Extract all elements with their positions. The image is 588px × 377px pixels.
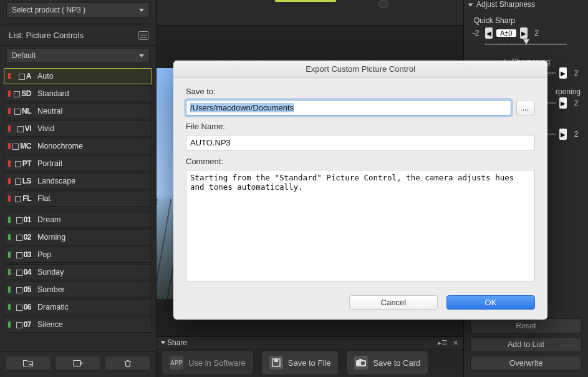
picture-control-code-icon: FL [9,194,31,203]
picture-control-code-icon: 04 [9,268,31,277]
list-title: List: Picture Controls [9,31,84,40]
save-to-file-label: Save to File [288,358,331,368]
export-dialog: Export Custom Picture Control Save to: /… [173,61,547,320]
picture-control-code-icon: VI [9,124,31,133]
picture-control-item[interactable]: MCMonochrome [4,138,152,154]
dialog-title: Export Custom Picture Control [173,61,547,78]
preset-select[interactable]: Default [6,48,150,63]
product-select[interactable]: Select product ( NP3 ) [6,2,150,17]
picture-control-code-icon: NL [9,107,31,115]
picture-control-label: Flat [37,194,51,203]
browse-button[interactable]: ... [516,100,535,115]
chevron-left-icon[interactable]: ◀ [485,27,493,39]
share-panel-header[interactable]: Share ▸☰ ✕ [157,336,463,348]
sharpening-max: 2 [571,69,582,77]
slider-thumb-icon[interactable] [523,39,529,44]
picture-control-item[interactable]: AAuto [4,68,152,84]
picture-control-item[interactable]: 05Somber [4,282,152,298]
picture-control-label: Neutral [37,107,62,115]
quick-sharp-value[interactable]: A±0 [496,29,516,37]
picture-control-code-icon: PT [9,159,31,168]
product-select-label: Select product ( NP3 ) [12,6,85,14]
picture-control-label: Sunday [37,268,64,277]
picture-control-code-icon: 05 [9,285,31,294]
open-folder-button[interactable] [5,356,51,371]
picture-control-item[interactable]: 02Morning [4,229,152,245]
picture-control-item[interactable]: NLNeutral [4,103,152,119]
use-in-software-label: Use in Software [188,358,246,368]
save-to-card-button[interactable]: Save to Card [346,350,428,375]
comment-label: Comment: [186,157,535,166]
picture-control-label: Somber [37,285,65,294]
picture-control-item[interactable]: 04Sunday [4,264,152,280]
center-toolbar [157,0,463,26]
chevron-right-icon[interactable]: ▶ [559,129,567,140]
app-icon: APP [170,356,183,370]
picture-control-label: Monochrome [37,142,83,150]
picture-control-code-icon: SD [9,89,31,98]
comment-textarea[interactable] [186,170,535,282]
picture-control-item[interactable]: 01Dream [4,212,152,228]
picture-control-code-icon: 02 [9,233,31,242]
svg-point-4 [361,361,365,365]
reset-button[interactable]: Reset [470,318,582,333]
add-to-list-button[interactable]: Add to List [470,337,582,352]
picture-control-item[interactable]: 06Dramatic [4,299,152,315]
adjust-sharpness-header[interactable]: Adjust Sharpness [470,0,582,11]
camera-card-icon [354,356,368,370]
list-view-icon[interactable] [138,31,148,40]
quick-sharp-label: Quick Sharp [474,16,582,25]
overwrite-button[interactable]: Overwrite [470,356,582,371]
picture-control-item[interactable]: LSLandscape [4,173,152,189]
chevron-right-icon[interactable]: ▶ [559,97,567,109]
picture-control-item[interactable]: FLFlat [4,190,152,207]
picture-control-code-icon: 03 [9,250,31,259]
clarity-max: 2 [571,130,582,139]
picture-control-code-icon: LS [9,177,31,185]
ok-button[interactable]: OK [446,295,535,310]
export-button[interactable] [55,356,101,371]
preset-select-label: Default [12,51,36,60]
quick-min: -2 [470,29,481,37]
picture-control-label: Portrait [37,159,62,168]
picture-control-label: Silence [37,320,63,329]
picture-control-item[interactable]: SDStandard [4,86,152,102]
picture-control-code-icon: 06 [9,303,31,311]
picture-control-item[interactable]: 07Silence [4,316,152,333]
picture-control-code-icon: A [9,72,31,81]
filename-input[interactable]: AUTO.NP3 [186,135,535,150]
picture-control-label: Auto [37,72,54,81]
trash-button[interactable] [105,356,151,371]
picture-control-item[interactable]: PTPortrait [4,155,152,172]
use-in-software-button[interactable]: APP Use in Software [161,350,254,375]
save-file-icon [269,356,283,370]
picture-control-code-icon: MC [9,142,31,150]
disclosure-triangle-icon [161,341,166,345]
picture-control-label: Pop [37,250,51,259]
exposure-knob[interactable] [378,0,388,8]
save-to-input[interactable]: /Users/macdown/Documents [186,100,511,115]
left-toolbar [0,351,156,377]
svg-rect-2 [274,359,278,362]
save-to-file-button[interactable]: Save to File [261,350,339,375]
picture-control-item[interactable]: 03Pop [4,247,152,263]
picture-control-list-header: List: Picture Controls [0,24,156,46]
collapse-icon[interactable]: ▸☰ [438,339,448,347]
cancel-button[interactable]: Cancel [349,295,438,310]
picture-control-label: Dream [37,215,61,224]
chevron-down-icon [139,9,144,12]
midrange-label-partial: rpening [556,87,581,96]
filename-label: File Name: [186,122,535,131]
quick-sharp-slider[interactable] [485,40,567,49]
chevron-right-icon[interactable]: ▶ [559,67,567,79]
chevron-down-icon [139,54,144,57]
picture-control-item[interactable]: VIVivid [4,120,152,137]
picture-control-label: Morning [37,233,65,242]
active-tab-indicator [275,0,336,2]
svg-rect-5 [359,359,362,361]
chevron-right-icon[interactable]: ▶ [520,27,528,39]
picture-control-code-icon: 07 [9,320,31,329]
close-icon[interactable]: ✕ [453,339,458,347]
save-to-card-label: Save to Card [373,358,420,368]
picture-control-label: Landscape [37,177,75,185]
